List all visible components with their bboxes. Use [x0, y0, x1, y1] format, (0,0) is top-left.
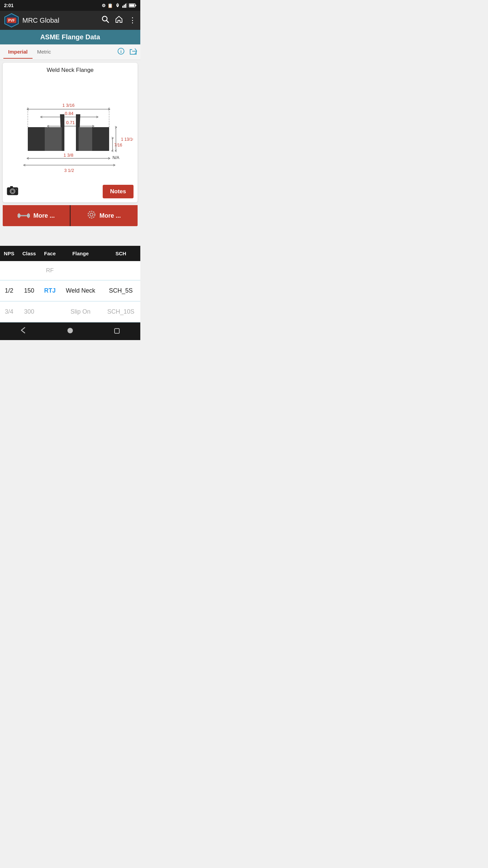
table-row-2[interactable]: 3/4 300 Slip On SCH_10S: [0, 301, 140, 322]
svg-rect-0: [122, 6, 123, 8]
svg-rect-5: [129, 4, 135, 7]
row2-flange: Slip On: [60, 301, 101, 322]
rf-flange: [60, 261, 101, 280]
more-bolts-label: More ...: [33, 212, 55, 219]
svg-point-49: [67, 328, 73, 333]
status-icons: ⚙ 📋: [102, 3, 136, 8]
svg-text:1 3/8: 1 3/8: [64, 153, 74, 158]
diagram-card: Weld Neck Flange: [3, 63, 138, 202]
table-row-1[interactable]: 1/2 150 RTJ Weld Neck SCH_5S: [0, 280, 140, 301]
svg-text:i: i: [120, 49, 122, 54]
app-bar-icons: ⋮: [102, 16, 136, 25]
row1-nps: 1/2: [0, 280, 18, 301]
row1-face: RTJ: [40, 280, 60, 301]
tab-icons: i: [117, 47, 137, 57]
info-icon[interactable]: i: [117, 47, 125, 57]
tabs-row: Imperial Metric i: [0, 44, 140, 60]
svg-rect-45: [18, 213, 20, 218]
app-title: MRC Global: [22, 17, 102, 24]
recent-button[interactable]: [94, 327, 140, 336]
flange-diagram: 1 3/16 0.84 0.71 1 3/8 3 1/2 1 13/16 7/1…: [7, 77, 133, 182]
search-icon[interactable]: [102, 16, 109, 25]
svg-rect-15: [92, 127, 109, 151]
rf-sch: [101, 261, 140, 280]
more-buttons-row: More ... More ...: [3, 205, 138, 226]
svg-text:7/16: 7/16: [114, 143, 122, 147]
svg-text:0.84: 0.84: [65, 111, 73, 116]
svg-rect-2: [125, 4, 126, 8]
svg-text:1 13/16: 1 13/16: [121, 137, 133, 142]
section-header: ASME Flange Data: [0, 30, 140, 44]
svg-rect-1: [124, 5, 125, 8]
svg-point-48: [88, 211, 95, 218]
svg-point-10: [102, 16, 107, 21]
svg-text:0.71: 0.71: [66, 120, 75, 125]
col-face: Face: [40, 246, 60, 261]
overflow-menu-icon[interactable]: ⋮: [129, 16, 136, 25]
app-bar: PVF MRC Global ⋮: [0, 11, 140, 30]
diagram-title: Weld Neck Flange: [7, 67, 134, 74]
battery-icon: [129, 3, 136, 7]
col-flange: Flange: [60, 246, 101, 261]
svg-rect-19: [79, 127, 92, 151]
status-time: 2:01: [4, 3, 14, 8]
nav-bar: [0, 322, 140, 340]
more-bolts-button[interactable]: More ...: [3, 205, 70, 226]
svg-rect-46: [28, 213, 29, 218]
col-class: Class: [18, 246, 40, 261]
card-bottom: Notes: [7, 185, 134, 198]
svg-text:N/A: N/A: [113, 155, 119, 160]
svg-rect-18: [45, 127, 62, 151]
table-header: NPS Class Face Flange SCH: [0, 246, 140, 261]
svg-rect-40: [10, 186, 13, 188]
gear-icon: [87, 210, 96, 221]
svg-rect-42: [19, 215, 28, 216]
status-bar: 2:01 ⚙ 📋: [0, 0, 140, 11]
svg-rect-50: [115, 329, 119, 333]
home-icon[interactable]: [115, 16, 123, 25]
svg-text:3 1/2: 3 1/2: [64, 168, 74, 173]
svg-point-47: [90, 213, 93, 216]
settings-icon: ⚙: [102, 3, 106, 8]
svg-rect-3: [126, 3, 127, 8]
row2-nps: 3/4: [0, 301, 18, 322]
rf-face: RF: [40, 261, 60, 280]
row1-flange: Weld Neck: [60, 280, 101, 301]
rf-nps: [0, 261, 18, 280]
app-logo: PVF: [4, 13, 19, 28]
tab-imperial[interactable]: Imperial: [3, 45, 33, 59]
camera-icon[interactable]: [7, 186, 18, 198]
row2-class: 300: [18, 301, 40, 322]
share-icon[interactable]: [129, 47, 137, 57]
svg-line-11: [106, 20, 109, 23]
col-nps: NPS: [0, 246, 18, 261]
signal-icon: [122, 3, 127, 8]
more-gear-button[interactable]: More ...: [70, 205, 138, 226]
bolt-icon: [18, 211, 30, 220]
row2-sch: SCH_10S: [101, 301, 140, 322]
svg-text:PVF: PVF: [8, 19, 15, 22]
more-gear-label: More ...: [99, 212, 121, 219]
svg-point-41: [16, 189, 17, 190]
spacer: [0, 229, 140, 246]
notes-button[interactable]: Notes: [103, 185, 134, 198]
back-button[interactable]: [0, 327, 47, 336]
svg-rect-6: [136, 5, 137, 6]
rf-class: [18, 261, 40, 280]
svg-text:1 3/16: 1 3/16: [62, 103, 75, 108]
rf-row[interactable]: RF: [0, 261, 140, 280]
tab-metric[interactable]: Metric: [33, 45, 56, 59]
row1-sch: SCH_5S: [101, 280, 140, 301]
svg-rect-14: [28, 127, 45, 151]
wifi-icon: [115, 3, 121, 8]
row2-face: [40, 301, 60, 322]
data-table: NPS Class Face Flange SCH RF 1/2 150 RTJ…: [0, 246, 140, 322]
clipboard-icon: 📋: [107, 3, 113, 8]
home-nav-button[interactable]: [47, 327, 94, 336]
row1-class: 150: [18, 280, 40, 301]
diagram-svg-container: 1 3/16 0.84 0.71 1 3/8 3 1/2 1 13/16 7/1…: [7, 77, 134, 182]
col-sch: SCH: [101, 246, 140, 261]
